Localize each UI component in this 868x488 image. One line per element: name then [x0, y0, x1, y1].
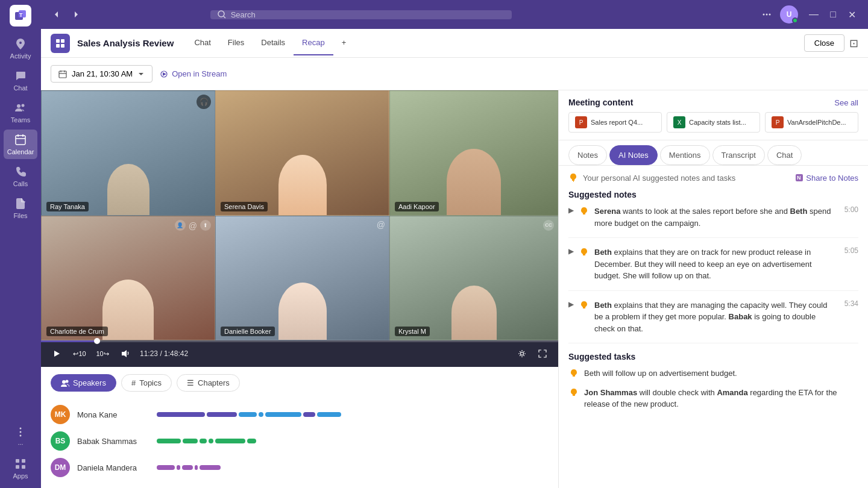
svg-point-3: [17, 104, 20, 108]
see-all-button[interactable]: See all: [834, 98, 858, 107]
onenote-icon: N: [795, 174, 804, 182]
participant-name-danielle: Danielle Booker: [221, 327, 275, 336]
notes-panel: Meeting content See all P Sales report Q…: [558, 90, 868, 488]
notes-tab-ai-notes[interactable]: AI Notes: [609, 145, 658, 165]
ppt-icon-1: P: [575, 116, 587, 128]
svg-rect-15: [22, 465, 25, 469]
svg-point-19: [766, 14, 767, 16]
close-window-button[interactable]: ✕: [844, 6, 861, 23]
ai-notes-content: Your personal AI suggested notes and tas…: [559, 166, 868, 488]
main-content: U — □ ✕ Sales Analysis Review Chat Files…: [41, 0, 868, 488]
tab-chat[interactable]: Chat: [186, 31, 219, 55]
fullscreen-button[interactable]: [534, 345, 551, 362]
bar: [259, 412, 263, 417]
tab-recap[interactable]: Recap: [294, 31, 333, 55]
lightbulb-task-icon-2: [568, 387, 579, 398]
suggested-tasks: Suggested tasks Beth will follow up on a…: [568, 352, 858, 410]
share-to-notes-button[interactable]: N Share to Notes: [795, 174, 858, 183]
headphones-icon: 🎧: [197, 95, 211, 109]
note-item-3: ▶ Beth explains that they are managing t…: [568, 299, 858, 344]
sidebar-item-teams-label: Teams: [11, 116, 30, 124]
participant-name-aadi: Aadi Kapoor: [395, 202, 439, 211]
rewind-button[interactable]: ↩10: [71, 345, 88, 362]
svg-point-34: [62, 380, 66, 384]
cc-icon: CC: [543, 220, 554, 231]
file-sales-report[interactable]: P Sales report Q4...: [568, 112, 662, 133]
bar: [177, 465, 180, 470]
pop-out-button[interactable]: ⊡: [849, 34, 858, 52]
svg-point-11: [20, 435, 22, 437]
video-cell-danielle: Danielle Booker @: [215, 216, 389, 341]
sidebar-item-calendar[interactable]: Calendar: [4, 130, 37, 159]
participant-name-ray: Ray Tanaka: [46, 202, 89, 211]
suggested-notes-title: Suggested notes: [568, 190, 858, 199]
window-controls: — □ ✕: [805, 6, 861, 23]
user-avatar[interactable]: U: [780, 5, 798, 23]
date-picker[interactable]: Jan 21, 10:30 AM: [51, 65, 153, 83]
lightbulb-task-icon-1: [568, 368, 579, 379]
file-label-1: Sales report Q4...: [591, 119, 643, 126]
svg-rect-24: [61, 44, 64, 48]
bar: [215, 439, 245, 443]
maximize-button[interactable]: □: [825, 6, 841, 23]
play-button[interactable]: [48, 345, 65, 362]
note-time-2: 5:05: [840, 246, 858, 255]
settings-button[interactable]: [514, 345, 530, 362]
add-tab-button[interactable]: +: [333, 31, 355, 55]
filter-tab-chapters[interactable]: ☰ Chapters: [177, 374, 240, 392]
task-text-2: Jon Shammas will double check with Amand…: [584, 387, 858, 410]
tab-details[interactable]: Details: [253, 31, 294, 55]
speaker-row-mona: MK Mona Kane: [51, 401, 549, 428]
speakers-area: Speakers # Topics ☰ Chapters MK: [41, 367, 558, 488]
more-options-button[interactable]: [758, 6, 775, 23]
sidebar-item-apps[interactable]: Apps: [4, 454, 37, 483]
channel-name: Sales Analysis Review: [77, 38, 174, 48]
tab-files[interactable]: Files: [219, 31, 253, 55]
svg-point-10: [20, 431, 22, 433]
speaker-row-babak: BS Babak Shammas: [51, 428, 549, 454]
recap-header: Jan 21, 10:30 AM Open in Stream: [41, 58, 868, 90]
notes-tab-notes[interactable]: Notes: [568, 145, 607, 165]
volume-button[interactable]: [117, 345, 134, 362]
sidebar-item-teams[interactable]: Teams: [4, 98, 37, 127]
speaker-name-daniela: Daniela Mandera: [77, 463, 149, 472]
note-arrow-2: ▶: [568, 247, 574, 255]
sidebar-item-chat[interactable]: Chat: [4, 66, 37, 95]
open-stream-button[interactable]: Open in Stream: [160, 69, 227, 78]
speaker-row-daniela: DM Daniela Mandera: [51, 454, 549, 481]
notes-tab-mentions[interactable]: Mentions: [660, 145, 710, 165]
filter-tab-speakers[interactable]: Speakers: [51, 374, 116, 392]
forward-button[interactable]: 10↪: [94, 345, 111, 362]
sidebar-item-more[interactable]: ···: [4, 422, 37, 451]
file-vanarsde-pitch[interactable]: P VanArsdelPitchDe...: [765, 112, 858, 133]
channel-tabs: Chat Files Details Recap +: [186, 31, 354, 55]
video-cell-krystal: Krystal M CC: [389, 216, 558, 341]
progress-bar-fill: [41, 340, 97, 342]
notes-tab-transcript[interactable]: Transcript: [712, 145, 765, 165]
file-capacity-stats[interactable]: X Capacity stats list...: [667, 112, 760, 133]
lightbulb-icon-3: [579, 300, 590, 311]
speaker-avatar-babak: BS: [51, 431, 70, 451]
progress-bar-container[interactable]: [41, 340, 558, 342]
app-logo[interactable]: T: [10, 5, 31, 27]
close-meeting-button[interactable]: Close: [804, 34, 844, 52]
svg-rect-23: [56, 44, 60, 48]
sidebar-item-calendar-label: Calendar: [7, 148, 34, 155]
chevron-down-icon: [137, 70, 145, 78]
speaker-bars-babak: [157, 439, 549, 443]
filter-tab-topics[interactable]: # Topics: [121, 374, 172, 392]
notes-tab-chat[interactable]: Chat: [767, 145, 802, 165]
bar: [157, 465, 175, 470]
minimize-button[interactable]: —: [805, 6, 822, 23]
sidebar-item-calls[interactable]: Calls: [4, 161, 37, 191]
svg-rect-22: [61, 39, 64, 43]
search-input[interactable]: [231, 10, 505, 19]
note-item-1: ▶ Serena wants to look at the sales repo…: [568, 205, 858, 238]
participant-icon-2: ⬆: [200, 220, 211, 231]
sidebar-item-activity[interactable]: Activity: [4, 34, 37, 63]
topbar: U — □ ✕: [41, 0, 868, 29]
sidebar-item-files[interactable]: Files: [4, 193, 37, 223]
back-button[interactable]: [48, 6, 65, 23]
svg-rect-25: [59, 71, 66, 78]
forward-button[interactable]: [68, 6, 84, 23]
